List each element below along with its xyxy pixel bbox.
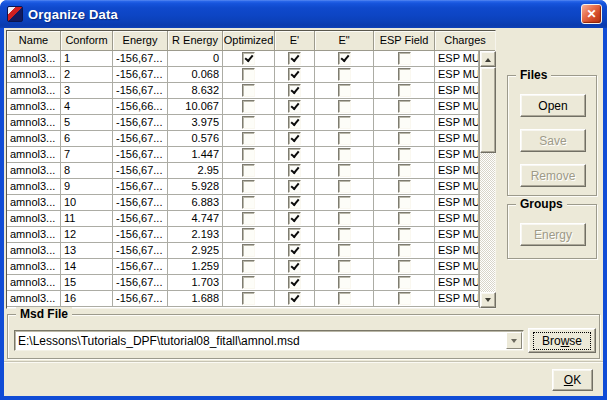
table-row[interactable]: amnol3...4-156,66...10.067ESP MU... — [7, 99, 495, 115]
e_second-checkbox[interactable] — [338, 260, 351, 273]
cell-energy[interactable]: -156,67... — [113, 211, 168, 227]
table-row[interactable]: amnol3...14-156,67...1.259ESP MU... — [7, 259, 495, 275]
cell-r_energy[interactable]: 1.259 — [168, 259, 223, 275]
esp_field-checkbox[interactable] — [398, 116, 411, 129]
cell-conform[interactable]: 8 — [61, 163, 113, 179]
e_second-checkbox[interactable] — [338, 84, 351, 97]
cell-energy[interactable]: -156,67... — [113, 259, 168, 275]
table-row[interactable]: amnol3...8-156,67...2.95ESP MU... — [7, 163, 495, 179]
cell-conform[interactable]: 4 — [61, 99, 113, 115]
cell-charges[interactable]: ESP MU... — [435, 83, 479, 99]
cell-charges[interactable]: ESP MU... — [435, 211, 479, 227]
optimized-checkbox[interactable] — [242, 276, 255, 289]
cell-energy[interactable]: -156,67... — [113, 227, 168, 243]
optimized-checkbox[interactable] — [242, 212, 255, 225]
cell-charges[interactable]: ESP MU... — [435, 51, 479, 67]
e_prime-checkbox[interactable] — [288, 244, 301, 257]
cell-name[interactable]: amnol3... — [7, 163, 61, 179]
cell-conform[interactable]: 5 — [61, 115, 113, 131]
column-header-r_energy[interactable]: R Energy — [168, 31, 223, 51]
e_prime-checkbox[interactable] — [288, 132, 301, 145]
cell-name[interactable]: amnol3... — [7, 243, 61, 259]
cell-charges[interactable]: ESP MU... — [435, 275, 479, 291]
cell-r_energy[interactable]: 6.883 — [168, 195, 223, 211]
cell-conform[interactable]: 3 — [61, 83, 113, 99]
table-row[interactable]: amnol3...15-156,67...1.703ESP MU... — [7, 275, 495, 291]
optimized-checkbox[interactable] — [242, 84, 255, 97]
cell-conform[interactable]: 1 — [61, 51, 113, 67]
cell-r_energy[interactable]: 0 — [168, 51, 223, 67]
e_second-checkbox[interactable] — [338, 196, 351, 209]
cell-r_energy[interactable]: 10.067 — [168, 99, 223, 115]
table-row[interactable]: amnol3...10-156,67...6.883ESP MU... — [7, 195, 495, 211]
optimized-checkbox[interactable] — [242, 148, 255, 161]
cell-r_energy[interactable]: 8.632 — [168, 83, 223, 99]
optimized-checkbox[interactable] — [242, 228, 255, 241]
e_prime-checkbox[interactable] — [288, 68, 301, 81]
close-button[interactable]: ✕ — [581, 4, 602, 24]
cell-name[interactable]: amnol3... — [7, 211, 61, 227]
cell-charges[interactable]: ESP MU... — [435, 67, 479, 83]
cell-charges[interactable]: ESP MU... — [435, 195, 479, 211]
e_prime-checkbox[interactable] — [288, 260, 301, 273]
cell-name[interactable]: amnol3... — [7, 195, 61, 211]
optimized-checkbox[interactable] — [242, 196, 255, 209]
cell-r_energy[interactable]: 0.068 — [168, 67, 223, 83]
cell-energy[interactable]: -156,67... — [113, 147, 168, 163]
cell-conform[interactable]: 10 — [61, 195, 113, 211]
cell-name[interactable]: amnol3... — [7, 115, 61, 131]
cell-conform[interactable]: 12 — [61, 227, 113, 243]
e_second-checkbox[interactable] — [338, 116, 351, 129]
cell-charges[interactable]: ESP MU... — [435, 115, 479, 131]
cell-name[interactable]: amnol3... — [7, 291, 61, 307]
scrollbar-thumb[interactable] — [480, 67, 496, 153]
scroll-up-button[interactable] — [480, 51, 496, 67]
cell-name[interactable]: amnol3... — [7, 147, 61, 163]
cell-r_energy[interactable]: 2.925 — [168, 243, 223, 259]
cell-name[interactable]: amnol3... — [7, 275, 61, 291]
e_second-checkbox[interactable] — [338, 244, 351, 257]
cell-charges[interactable]: ESP MU... — [435, 179, 479, 195]
combobox-dropdown-button[interactable] — [506, 332, 522, 349]
esp_field-checkbox[interactable] — [398, 196, 411, 209]
table-row[interactable]: amnol3...1-156,67...0ESP MU... — [7, 51, 495, 67]
title-bar[interactable]: Organize Data ✕ — [0, 0, 607, 28]
cell-charges[interactable]: ESP MU... — [435, 131, 479, 147]
energy-button[interactable]: Energy — [520, 223, 586, 246]
esp_field-checkbox[interactable] — [398, 260, 411, 273]
e_prime-checkbox[interactable] — [288, 116, 301, 129]
browse-button[interactable]: Browse — [528, 328, 596, 353]
cell-r_energy[interactable]: 1.447 — [168, 147, 223, 163]
e_prime-checkbox[interactable] — [288, 100, 301, 113]
esp_field-checkbox[interactable] — [398, 292, 411, 305]
table-row[interactable]: amnol3...6-156,67...0.576ESP MU... — [7, 131, 495, 147]
table-row[interactable]: amnol3...9-156,67...5.928ESP MU... — [7, 179, 495, 195]
cell-energy[interactable]: -156,67... — [113, 131, 168, 147]
e_second-checkbox[interactable] — [338, 212, 351, 225]
cell-r_energy[interactable]: 1.703 — [168, 275, 223, 291]
esp_field-checkbox[interactable] — [398, 276, 411, 289]
cell-conform[interactable]: 7 — [61, 147, 113, 163]
esp_field-checkbox[interactable] — [398, 84, 411, 97]
e_prime-checkbox[interactable] — [288, 196, 301, 209]
column-header-optimized[interactable]: Optimized — [223, 31, 275, 51]
cell-conform[interactable]: 9 — [61, 179, 113, 195]
table-row[interactable]: amnol3...16-156,67...1.688ESP MU... — [7, 291, 495, 307]
cell-r_energy[interactable]: 1.688 — [168, 291, 223, 307]
cell-conform[interactable]: 2 — [61, 67, 113, 83]
esp_field-checkbox[interactable] — [398, 228, 411, 241]
e_second-checkbox[interactable] — [338, 68, 351, 81]
table-row[interactable]: amnol3...3-156,67...8.632ESP MU... — [7, 83, 495, 99]
cell-energy[interactable]: -156,67... — [113, 115, 168, 131]
cell-energy[interactable]: -156,67... — [113, 243, 168, 259]
optimized-checkbox[interactable] — [242, 68, 255, 81]
e_prime-checkbox[interactable] — [288, 148, 301, 161]
e_prime-checkbox[interactable] — [288, 52, 301, 65]
cell-r_energy[interactable]: 4.747 — [168, 211, 223, 227]
column-header-charges[interactable]: Charges — [435, 31, 495, 51]
e_second-checkbox[interactable] — [338, 132, 351, 145]
cell-name[interactable]: amnol3... — [7, 227, 61, 243]
column-header-e_prime[interactable]: E' — [275, 31, 315, 51]
cell-r_energy[interactable]: 0.576 — [168, 131, 223, 147]
e_prime-checkbox[interactable] — [288, 228, 301, 241]
